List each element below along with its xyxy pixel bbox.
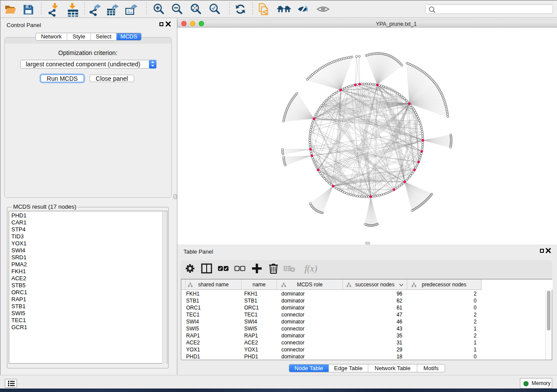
svg-text:f(x): f(x)	[304, 263, 317, 274]
